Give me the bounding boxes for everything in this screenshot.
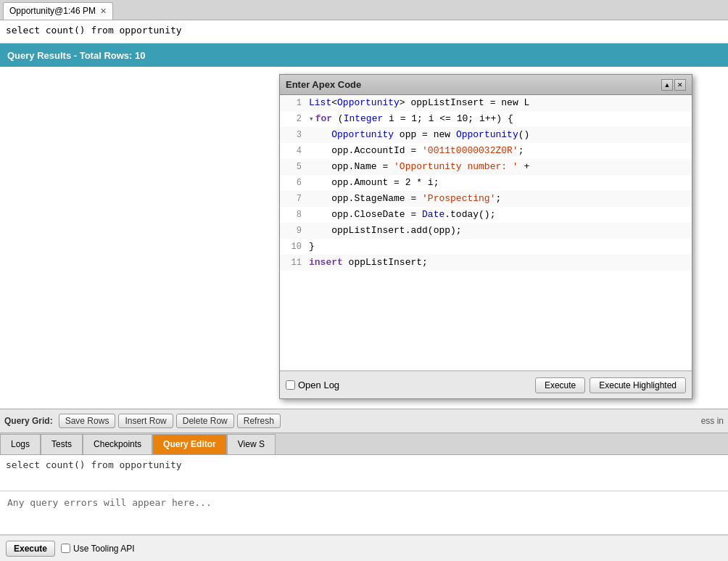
line-num-7: 7 <box>280 191 309 207</box>
tab-logs[interactable]: Logs <box>0 434 41 454</box>
modal-title: Enter Apex Code <box>286 79 361 90</box>
modal-execute-button[interactable]: Execute <box>535 377 585 393</box>
modal-footer-left: Open Log <box>286 380 339 390</box>
code-line-11: 11 insert oppListInsert; <box>280 255 692 271</box>
use-tooling-api-text: Use Tooling API <box>73 544 135 554</box>
modal-close-button[interactable]: ✕ <box>674 79 686 91</box>
line-num-1: 1 <box>280 95 309 111</box>
tab-checkpoints[interactable]: Checkpoints <box>83 434 152 454</box>
toolbar-label: Query Grid: <box>4 416 53 426</box>
save-rows-button[interactable]: Save Rows <box>59 414 116 428</box>
code-line-7: 7 opp.StageName = 'Prospecting'; <box>280 191 692 207</box>
line-content-8: opp.CloseDate = Date.today(); <box>309 207 692 223</box>
tab-checkpoints-label: Checkpoints <box>94 439 141 449</box>
tab-tests-label: Tests <box>51 439 72 449</box>
code-line-2: 2 ▾for (Integer i = 1; i <= 10; i++) { <box>280 111 692 127</box>
use-tooling-api-label[interactable]: Use Tooling API <box>61 544 135 554</box>
error-area: Any query errors will appear here... <box>0 491 728 535</box>
line-content-5: opp.Name = 'Opportunity number: ' + <box>309 159 692 175</box>
line-num-8: 8 <box>280 207 309 223</box>
line-content-11: insert oppListInsert; <box>309 255 692 271</box>
query-bar: select count() from opportunity <box>0 20 728 44</box>
tab-bar: Opportunity@1:46 PM ✕ <box>0 0 728 20</box>
query-bar-text: select count() from opportunity <box>6 25 182 36</box>
line-num-2: 2 <box>280 111 309 127</box>
code-line-6: 6 opp.Amount = 2 * i; <box>280 175 692 191</box>
line-content-6: opp.Amount = 2 * i; <box>309 175 692 191</box>
results-header: Query Results - Total Rows: 10 <box>0 44 728 67</box>
modal-minimize-button[interactable]: ▲ <box>661 79 673 91</box>
use-tooling-api-checkbox[interactable] <box>61 544 70 553</box>
query-grid-toolbar: Query Grid: Save Rows Insert Row Delete … <box>0 409 728 433</box>
line-content-4: opp.AccountId = '0011t0000032Z0R'; <box>309 143 692 159</box>
line-content-2: ▾for (Integer i = 1; i <= 10; i++) { <box>309 111 692 127</box>
line-content-10: } <box>309 239 692 255</box>
tab-tests[interactable]: Tests <box>41 434 83 454</box>
query-editor-text: select count() from opportunity <box>6 459 182 470</box>
line-num-11: 11 <box>280 255 309 271</box>
bottom-panel: Query Grid: Save Rows Insert Row Delete … <box>0 409 728 561</box>
line-content-7: opp.StageName = 'Prospecting'; <box>309 191 692 207</box>
line-content-3: Opportunity opp = new Opportunity() <box>309 127 692 143</box>
bottom-tabs: Logs Tests Checkpoints Query Editor View… <box>0 433 728 455</box>
code-line-3: 3 Opportunity opp = new Opportunity() <box>280 127 692 143</box>
line-num-4: 4 <box>280 143 309 159</box>
code-line-4: 4 opp.AccountId = '0011t0000032Z0R'; <box>280 143 692 159</box>
tab-view-s-label: View S <box>238 439 265 449</box>
modal-execute-highlighted-button[interactable]: Execute Highlighted <box>590 377 686 393</box>
tab-view-s[interactable]: View S <box>227 434 276 454</box>
code-line-10: 10 } <box>280 239 692 255</box>
line-num-5: 5 <box>280 159 309 175</box>
line-num-3: 3 <box>280 127 309 143</box>
results-header-text: Query Results - Total Rows: 10 <box>7 50 145 61</box>
opportunity-tab[interactable]: Opportunity@1:46 PM ✕ <box>3 2 113 20</box>
refresh-button[interactable]: Refresh <box>237 414 281 428</box>
delete-row-button[interactable]: Delete Row <box>176 414 234 428</box>
modal-footer: Open Log Execute Execute Highlighted <box>280 371 692 398</box>
error-area-text: Any query errors will appear here... <box>7 497 212 508</box>
line-num-10: 10 <box>280 239 309 255</box>
main-content: Query Grid: Save Rows Insert Row Delete … <box>0 67 728 561</box>
modal-controls: ▲ ✕ <box>661 79 686 91</box>
open-log-label[interactable]: Open Log <box>298 380 339 390</box>
line-num-6: 6 <box>280 175 309 191</box>
apex-code-modal: Enter Apex Code ▲ ✕ 1 List<Opportunity> … <box>279 74 692 399</box>
tab-label: Opportunity@1:46 PM <box>9 6 96 16</box>
tab-logs-label: Logs <box>11 439 30 449</box>
line-content-1: List<Opportunity> oppListInsert = new L <box>309 95 692 111</box>
modal-titlebar: Enter Apex Code ▲ ✕ <box>280 75 692 95</box>
code-editor[interactable]: 1 List<Opportunity> oppListInsert = new … <box>280 95 692 371</box>
line-num-9: 9 <box>280 223 309 239</box>
line-content-9: oppListInsert.add(opp); <box>309 223 692 239</box>
open-log-checkbox[interactable] <box>286 380 295 390</box>
toolbar-extra: ess in <box>701 416 724 426</box>
execute-bar: Execute Use Tooling API <box>0 535 728 561</box>
code-line-9: 9 oppListInsert.add(opp); <box>280 223 692 239</box>
tab-query-editor-label: Query Editor <box>163 439 216 449</box>
code-line-1: 1 List<Opportunity> oppListInsert = new … <box>280 95 692 111</box>
execute-button[interactable]: Execute <box>6 541 55 557</box>
tab-close-icon[interactable]: ✕ <box>100 7 107 15</box>
insert-row-button[interactable]: Insert Row <box>118 414 173 428</box>
query-editor-area[interactable]: select count() from opportunity <box>0 455 728 491</box>
code-line-8: 8 opp.CloseDate = Date.today(); <box>280 207 692 223</box>
code-line-5: 5 opp.Name = 'Opportunity number: ' + <box>280 159 692 175</box>
tab-query-editor[interactable]: Query Editor <box>152 434 227 454</box>
